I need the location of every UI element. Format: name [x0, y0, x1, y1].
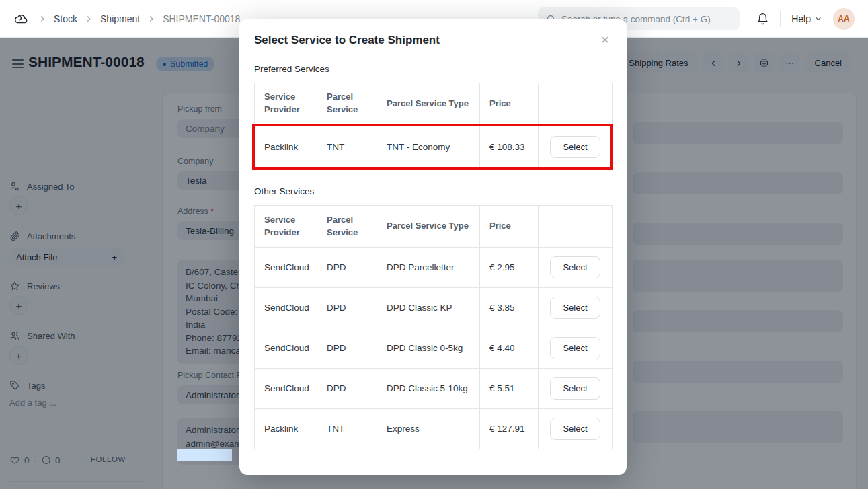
select-service-button[interactable]: Select — [550, 136, 600, 158]
cell-parcel-service: DPD — [317, 288, 377, 328]
table-header-row: Service Provider Parcel Service Parcel S… — [255, 83, 613, 124]
service-row: SendCloud DPD DPD Parcelletter € 2.95 Se… — [255, 248, 613, 288]
service-row: SendCloud DPD DPD Classic 0-5kg € 4.40 S… — [255, 328, 613, 369]
cell-parcel-service-type: DPD Classic KP — [377, 288, 480, 328]
select-service-button[interactable]: Select — [550, 297, 600, 319]
cell-parcel-service-type: Express — [377, 409, 480, 449]
cell-service-provider: Packlink — [255, 124, 317, 170]
cell-price: € 3.85 — [480, 288, 539, 328]
cell-service-provider: SendCloud — [255, 248, 317, 288]
close-icon[interactable]: × — [596, 30, 615, 48]
service-row: SendCloud DPD DPD Classic KP € 3.85 Sele… — [255, 288, 613, 328]
col-parcel-service-type: Parcel Service Type — [377, 83, 480, 124]
cell-parcel-service: DPD — [317, 248, 377, 288]
help-menu[interactable]: Help — [791, 13, 822, 24]
navbar-divider — [780, 11, 781, 27]
col-price: Price — [480, 206, 539, 248]
col-service-provider: Service Provider — [255, 206, 317, 248]
cell-parcel-service-type: DPD Classic 0-5kg — [377, 328, 480, 369]
cell-parcel-service-type: TNT - Economy — [377, 124, 480, 170]
select-service-button[interactable]: Select — [550, 418, 600, 440]
select-service-button[interactable]: Select — [550, 256, 600, 278]
cell-service-provider: SendCloud — [255, 369, 317, 409]
avatar[interactable]: AA — [833, 8, 855, 30]
other-services-heading: Other Services — [254, 186, 612, 196]
annotation-highlight-blue — [177, 449, 232, 461]
service-row: SendCloud DPD DPD Classic 5-10kg € 5.51 … — [255, 369, 613, 409]
other-services-table: Service Provider Parcel Service Parcel S… — [254, 205, 613, 449]
service-row: Packlink TNT Express € 127.91 Select — [255, 409, 613, 449]
table-header-row: Service Provider Parcel Service Parcel S… — [255, 206, 613, 248]
navbar-right: Help AA — [756, 0, 855, 38]
cell-parcel-service: TNT — [317, 409, 377, 449]
cell-parcel-service-type: DPD Parcelletter — [377, 248, 480, 288]
preferred-services-table: Service Provider Parcel Service Parcel S… — [254, 83, 613, 170]
select-service-button[interactable]: Select — [550, 337, 600, 359]
notifications-bell-icon[interactable] — [756, 13, 769, 26]
cell-parcel-service: DPD — [317, 328, 377, 369]
select-service-button[interactable]: Select — [550, 377, 600, 400]
col-price: Price — [480, 83, 539, 124]
cell-price: € 4.40 — [480, 328, 539, 369]
col-actions — [539, 206, 613, 248]
breadcrumb-shipment[interactable]: Shipment — [100, 13, 140, 24]
cell-price: € 2.95 — [480, 248, 539, 288]
cell-parcel-service: TNT — [317, 124, 377, 170]
chevron-right-icon — [84, 14, 93, 24]
service-row: Packlink TNT TNT - Economy € 108.33 Sele… — [255, 124, 613, 170]
cell-service-provider: Packlink — [255, 409, 317, 449]
cell-service-provider: SendCloud — [255, 328, 317, 369]
col-parcel-service: Parcel Service — [317, 83, 377, 124]
col-service-provider: Service Provider — [255, 83, 317, 124]
breadcrumb-stock[interactable]: Stock — [54, 13, 77, 24]
col-actions — [539, 83, 613, 124]
modal-title: Select Service to Create Shipment — [254, 34, 612, 47]
chevron-down-icon — [814, 15, 822, 23]
breadcrumb: Stock Shipment SHIPMENT-00018 — [38, 13, 240, 24]
col-parcel-service-type: Parcel Service Type — [377, 206, 480, 248]
cell-price: € 108.33 — [480, 124, 539, 170]
app-logo-icon[interactable] — [13, 11, 28, 26]
preferred-services-heading: Preferred Services — [254, 64, 612, 74]
cell-price: € 127.91 — [480, 409, 539, 449]
breadcrumb-current: SHIPMENT-00018 — [163, 13, 240, 24]
cell-parcel-service-type: DPD Classic 5-10kg — [377, 369, 480, 409]
select-service-modal: Select Service to Create Shipment × Pref… — [239, 19, 627, 475]
chevron-right-icon — [147, 14, 156, 24]
chevron-right-icon — [38, 14, 47, 24]
help-label: Help — [791, 13, 811, 24]
cell-price: € 5.51 — [480, 369, 539, 409]
cell-parcel-service: DPD — [317, 369, 377, 409]
col-parcel-service: Parcel Service — [317, 206, 377, 248]
cell-service-provider: SendCloud — [255, 288, 317, 328]
